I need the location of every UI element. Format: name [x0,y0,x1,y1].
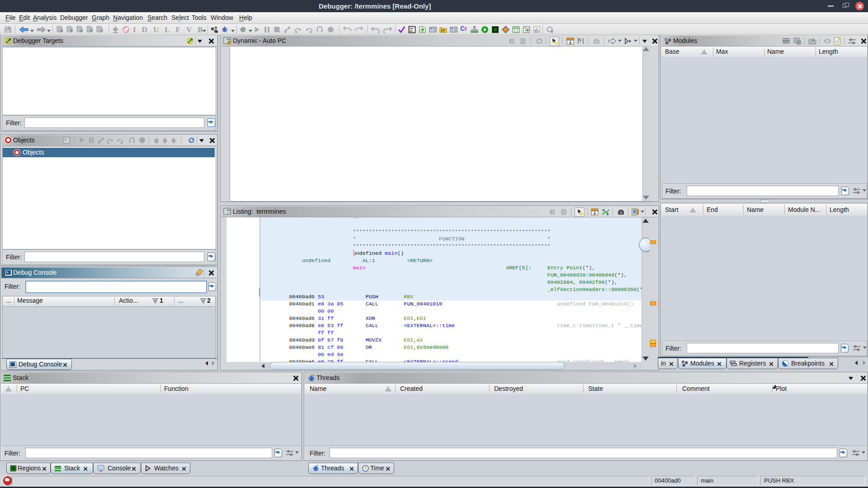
svg-text:01: 01 [410,30,413,33]
svg-text:DT: DT [441,29,446,32]
